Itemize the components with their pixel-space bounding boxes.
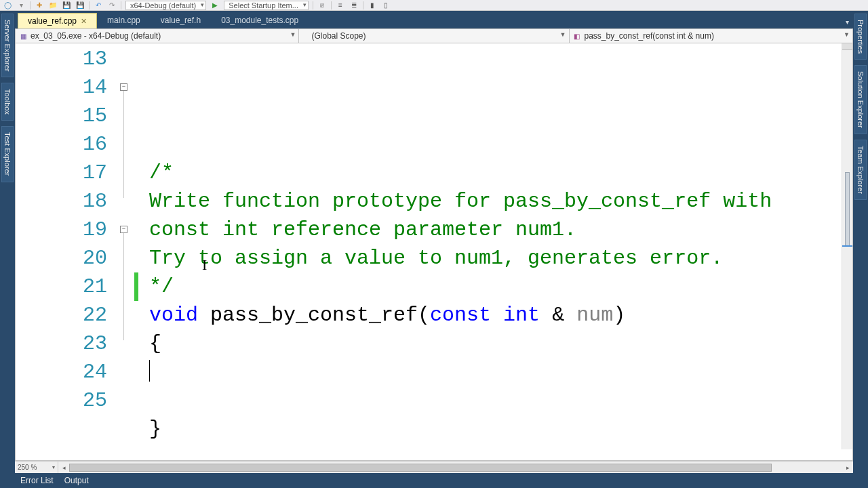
open-icon[interactable]: 📁 (48, 1, 58, 10)
outdent-icon[interactable]: ≣ (349, 1, 359, 10)
line-number: 20 (16, 244, 107, 272)
scope-combo[interactable]: (Global Scope) ▼ (299, 29, 569, 43)
tab-overflow-icon[interactable]: ▾ (842, 16, 853, 28)
code-line[interactable]: Write function prototype for pass_by_con… (149, 187, 852, 216)
file-tab-main-cpp[interactable]: main.cpp (97, 12, 151, 28)
line-number: 14 (16, 73, 107, 102)
line-number: 25 (16, 386, 107, 415)
chevron-down-icon: ▾ (52, 464, 55, 470)
config-combo[interactable]: x64-Debug (default) (125, 1, 206, 10)
toolbar-separator (121, 1, 121, 9)
scroll-left-icon[interactable]: ◂ (58, 462, 69, 473)
code-line[interactable] (149, 386, 852, 415)
split-handle[interactable] (842, 43, 852, 50)
file-tab-label: value_ref.h (161, 16, 201, 25)
line-number: 23 (16, 329, 107, 358)
line-number-gutter: −− 13141516171819202122232425 (16, 43, 134, 460)
left-dock: Server Explorer Toolbox Test Explorer (0, 11, 15, 488)
file-tab-value-ref-h[interactable]: value_ref.h (151, 12, 211, 28)
redo-icon[interactable]: ↷ (107, 1, 117, 10)
properties-tab[interactable]: Properties (854, 14, 867, 60)
code-line[interactable]: const int reference parameter num1. (149, 216, 852, 244)
file-tab-bar: value_ref.cpp ✕ main.cpp value_ref.h 03_… (15, 11, 853, 28)
line-number: 15 (16, 102, 107, 130)
file-tab-label: 03_module_tests.cpp (221, 16, 298, 25)
code-line[interactable]: void pass_by_const_ref(const int & num) (149, 301, 852, 329)
zoom-combo[interactable]: 250 % ▾ (15, 462, 58, 473)
file-tab-value-ref-cpp[interactable]: value_ref.cpp ✕ (18, 13, 97, 28)
code-line[interactable]: Try to assign a value to num1, generates… (149, 244, 852, 272)
save-all-icon[interactable]: 💾 (75, 1, 85, 10)
line-number: 18 (16, 187, 107, 216)
close-icon[interactable]: ✕ (81, 17, 87, 26)
toolbar-separator (30, 1, 31, 9)
hscroll-row: 250 % ▾ ◂ ▸ (15, 461, 853, 473)
toolbar-separator (313, 1, 313, 9)
vertical-scrollbar[interactable] (842, 43, 852, 449)
function-combo[interactable]: ◧ pass_by_const_ref(const int & num) ▼ (570, 29, 852, 43)
code-line[interactable] (149, 443, 852, 461)
line-number: 17 (16, 159, 107, 187)
line-number: 16 (16, 130, 107, 159)
toolbar-separator (331, 1, 332, 9)
line-number: 21 (16, 272, 107, 301)
startup-combo[interactable]: Select Startup Item... (224, 1, 309, 10)
toolbox-tab[interactable]: Toolbox (1, 83, 14, 121)
text-cursor-icon: I (202, 251, 207, 279)
function-icon: ◧ (572, 31, 582, 41)
team-explorer-tab[interactable]: Team Explorer (854, 140, 867, 200)
scroll-right-icon[interactable]: ▸ (842, 462, 853, 473)
overview-region (845, 172, 850, 247)
chevron-down-icon: ▼ (290, 31, 296, 38)
run-icon[interactable]: ▶ (210, 1, 220, 10)
function-combo-label: pass_by_const_ref(const int & num) (585, 31, 714, 41)
code-line[interactable] (149, 358, 852, 386)
scroll-thumb[interactable] (69, 464, 772, 472)
code-line[interactable]: { (149, 329, 852, 358)
file-tab-module-tests-cpp[interactable]: 03_module_tests.cpp (211, 12, 309, 28)
fold-guide (123, 233, 124, 340)
code-line[interactable]: } (149, 415, 852, 443)
line-number: 13 (16, 45, 107, 73)
overview-caret (842, 245, 852, 247)
save-icon[interactable]: 💾 (62, 1, 71, 10)
error-list-tab[interactable]: Error List (20, 476, 54, 485)
horizontal-scrollbar[interactable]: ◂ ▸ (58, 462, 853, 473)
nav-back-icon[interactable]: ◯ (3, 1, 12, 10)
code-line[interactable] (149, 130, 852, 159)
file-tab-label: main.cpp (107, 16, 140, 25)
misc-icon[interactable]: ⎚ (317, 1, 327, 10)
indent-icon[interactable]: ≡ (336, 1, 345, 10)
toolbar-separator (363, 1, 363, 9)
fold-guide (123, 91, 124, 198)
project-combo-label: ex_03_05.exe - x64-Debug (default) (31, 31, 161, 41)
comment-icon[interactable]: ▮ (368, 1, 377, 10)
code-line[interactable]: /* (149, 159, 852, 187)
fold-toggle-icon[interactable]: − (120, 83, 127, 91)
nav-bar: ▦ ex_03_05.exe - x64-Debug (default) ▼ (… (15, 28, 853, 43)
output-tab[interactable]: Output (64, 476, 89, 485)
server-explorer-tab[interactable]: Server Explorer (1, 14, 14, 77)
undo-icon[interactable]: ↶ (94, 1, 103, 10)
scope-combo-label: (Global Scope) (302, 31, 366, 41)
file-tab-label: value_ref.cpp (28, 16, 77, 26)
line-number: 19 (16, 216, 107, 244)
toolbar-separator (89, 1, 90, 9)
fold-toggle-icon[interactable]: − (120, 226, 127, 233)
bottom-dock: Error List Output (15, 473, 853, 488)
code-line[interactable]: */ (149, 272, 852, 301)
test-explorer-tab[interactable]: Test Explorer (1, 126, 14, 182)
new-item-icon[interactable]: ✚ (35, 1, 44, 10)
editor-area: value_ref.cpp ✕ main.cpp value_ref.h 03_… (15, 11, 853, 473)
chevron-down-icon: ▼ (844, 31, 850, 38)
nav-fwd-icon[interactable]: ▾ (16, 1, 26, 10)
code-text-area[interactable]: I /*Write function prototype for pass_by… (134, 43, 852, 460)
line-number: 22 (16, 301, 107, 329)
code-pane[interactable]: −− 13141516171819202122232425 I /*Write … (15, 43, 853, 461)
main-toolbar: ◯ ▾ ✚ 📁 💾 💾 ↶ ↷ x64-Debug (default) ▶ Se… (0, 0, 868, 11)
uncomment-icon[interactable]: ▯ (381, 1, 391, 10)
right-dock: Properties Solution Explorer Team Explor… (853, 11, 868, 488)
project-icon: ▦ (18, 31, 28, 41)
project-combo[interactable]: ▦ ex_03_05.exe - x64-Debug (default) ▼ (16, 29, 299, 43)
solution-explorer-tab[interactable]: Solution Explorer (854, 65, 867, 134)
